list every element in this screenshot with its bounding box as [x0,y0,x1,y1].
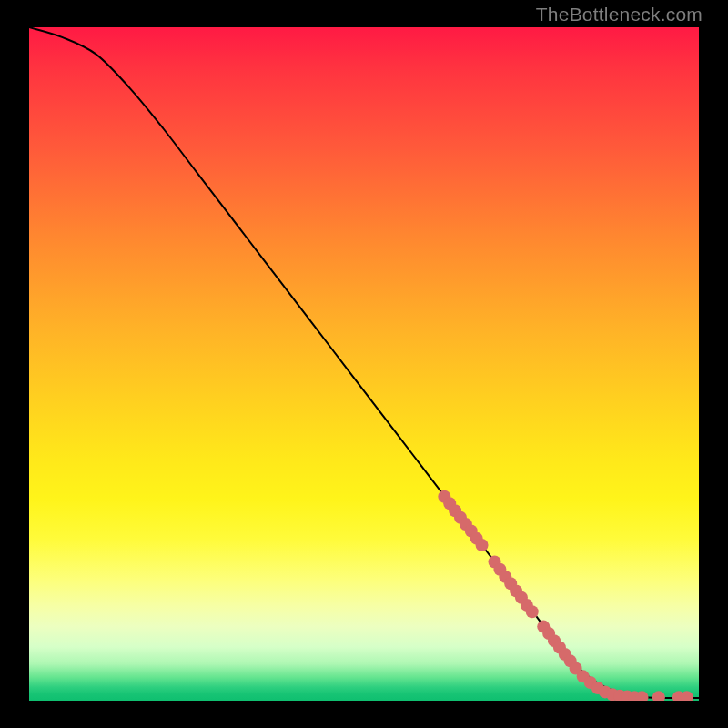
chart-overlay [29,27,699,701]
scatter-point [526,605,539,618]
bottleneck-curve [29,27,699,698]
chart-frame: TheBottleneck.com [0,0,728,728]
watermark-label: TheBottleneck.com [536,4,703,25]
scatter-point [476,539,489,551]
scatter-point [652,691,665,701]
scatter-markers [438,490,693,701]
plot-area [29,27,699,701]
